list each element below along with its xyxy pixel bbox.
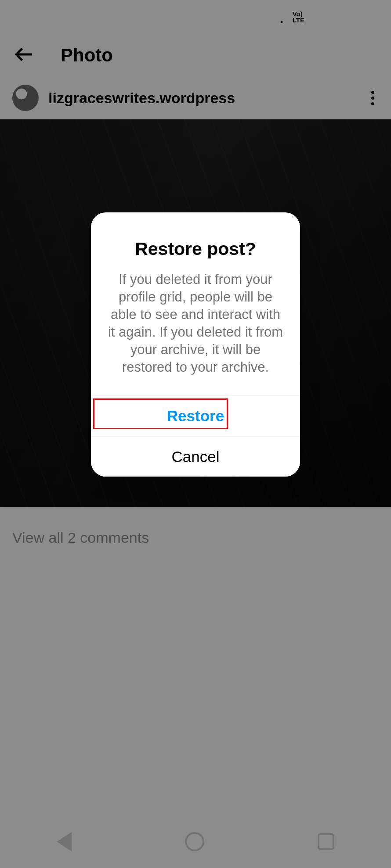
dialog-title: Restore post? [91,212,300,271]
screen: 13:13 N 0.42 KB/S Vo) LTE 98% P [0,0,391,868]
cancel-button[interactable]: Cancel [91,436,300,477]
restore-post-dialog: Restore post? If you deleted it from you… [91,212,300,477]
dialog-actions: Restore Cancel [91,395,300,477]
dialog-body-text: If you deleted it from your profile grid… [91,271,300,395]
restore-button[interactable]: Restore [91,396,300,436]
